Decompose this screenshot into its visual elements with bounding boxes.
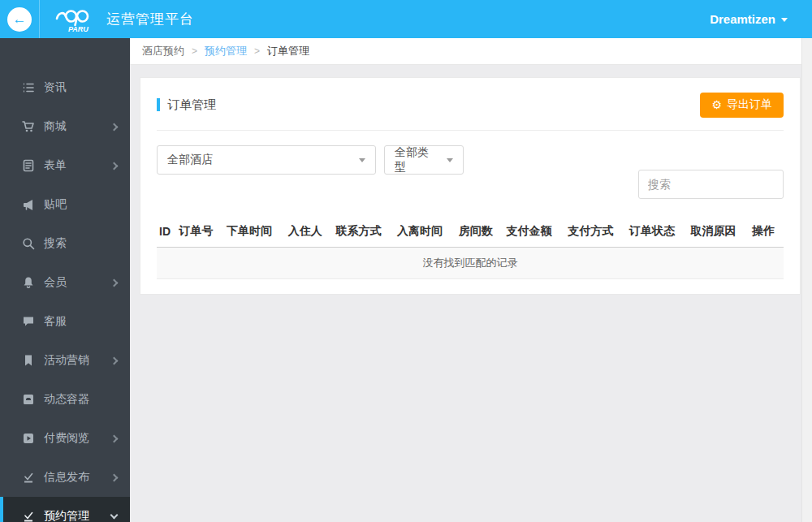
container-icon <box>21 393 35 407</box>
table-header-row: ID订单号下单时间入住人联系方式入离时间房间数支付金额支付方式订单状态取消原因操… <box>157 217 784 248</box>
breadcrumb-booking-manage[interactable]: 预约管理 <box>205 44 247 58</box>
sidebar-item-info-publish[interactable]: 信息发布 <box>0 458 130 497</box>
breadcrumb-hotel-booking: 酒店预约 <box>142 44 184 58</box>
title-accent-bar <box>157 98 160 111</box>
user-name: Dreamtizen <box>710 12 775 26</box>
breadcrumb-separator: > <box>192 45 197 57</box>
bell-icon <box>21 276 35 290</box>
panel-title: 订单管理 <box>157 97 216 113</box>
chevron-right-icon <box>110 356 119 365</box>
search-icon <box>21 237 35 251</box>
main-content: 酒店预约>预约管理>订单管理 订单管理 ⚙ 导出订单 全部酒店 全部类型 <box>130 38 812 522</box>
chevron-down-icon <box>781 18 788 22</box>
column-header: 取消原因 <box>689 217 750 248</box>
column-header: 房间数 <box>456 217 504 248</box>
column-header: 下单时间 <box>224 217 286 248</box>
sidebar-item-marketing[interactable]: 活动营销 <box>0 341 130 380</box>
chevron-down-icon <box>110 511 119 520</box>
sidebar-item-news[interactable]: 资讯 <box>0 68 130 107</box>
chevron-right-icon <box>110 434 119 442</box>
sidebar-item-tieba[interactable]: 贴吧 <box>0 185 130 224</box>
play-icon <box>21 432 35 446</box>
export-orders-button[interactable]: ⚙ 导出订单 <box>700 93 784 118</box>
column-header: 入住人 <box>286 217 334 248</box>
column-header: 支付方式 <box>565 217 627 248</box>
chevron-right-icon <box>110 473 119 481</box>
sidebar-item-members[interactable]: 会员 <box>0 263 130 302</box>
sidebar-item-forms[interactable]: 表单 <box>0 146 130 185</box>
sidebar-item-booking-manage[interactable]: 预约管理 <box>0 497 130 522</box>
brand: PARU 运营管理平台 <box>40 5 194 34</box>
sidebar-item-mall[interactable]: 商城 <box>0 107 130 146</box>
column-header: ID <box>157 217 176 248</box>
empty-state-text: 没有找到匹配的记录 <box>157 248 784 279</box>
hotel-filter-select[interactable]: 全部酒店 <box>157 145 376 175</box>
svg-text:PARU: PARU <box>68 25 89 33</box>
chevron-right-icon <box>110 278 119 287</box>
chevron-right-icon <box>110 123 119 131</box>
column-header: 入离时间 <box>395 217 456 248</box>
type-filter-select[interactable]: 全部类型 <box>384 145 464 175</box>
order-management-panel: 订单管理 ⚙ 导出订单 全部酒店 全部类型 ID订单号下单时间入住人联系方式入离… <box>140 77 801 295</box>
scrollbar[interactable] <box>801 38 812 522</box>
chevron-right-icon <box>110 162 119 170</box>
user-menu[interactable]: Dreamtizen <box>710 12 812 26</box>
sidebar-item-search[interactable]: 搜索 <box>0 224 130 263</box>
breadcrumb-separator: > <box>254 45 260 57</box>
orders-table: ID订单号下单时间入住人联系方式入离时间房间数支付金额支付方式订单状态取消原因操… <box>157 217 784 279</box>
chevron-down-icon <box>447 158 453 162</box>
publish-icon <box>21 471 35 485</box>
column-header: 操作 <box>749 217 784 248</box>
chevron-down-icon <box>359 158 365 162</box>
sidebar-item-paid-reading[interactable]: 付费阅览 <box>0 419 130 458</box>
app-title: 运营管理平台 <box>106 10 194 28</box>
sidebar-item-container[interactable]: 动态容器 <box>0 380 130 419</box>
megaphone-icon <box>21 198 35 212</box>
column-header: 支付金额 <box>503 217 565 248</box>
back-icon: ← <box>13 11 27 28</box>
breadcrumb: 酒店预约>预约管理>订单管理 <box>130 38 812 65</box>
bookmark-icon <box>21 354 35 368</box>
filter-row: 全部酒店 全部类型 <box>157 131 784 210</box>
search-input[interactable] <box>638 170 784 199</box>
cart-icon <box>21 120 35 134</box>
top-bar: ← PARU 运营管理平台 Dreamtizen <box>0 0 812 38</box>
breadcrumb-order-manage: 订单管理 <box>267 44 309 58</box>
publish-icon <box>21 510 35 522</box>
sidebar: 资讯 商城 表单 贴吧 搜索 会员 客服 活动营销 动态容器 付费阅览 <box>0 38 130 522</box>
chat-icon <box>21 315 35 329</box>
back-button[interactable]: ← <box>0 0 40 38</box>
column-header: 联系方式 <box>333 217 395 248</box>
column-header: 订单号 <box>176 217 224 248</box>
form-icon <box>21 159 35 173</box>
table-empty-row: 没有找到匹配的记录 <box>157 248 784 279</box>
logo-icon: PARU <box>54 5 100 34</box>
gear-icon: ⚙ <box>711 99 722 110</box>
list-icon <box>21 81 35 95</box>
sidebar-item-service[interactable]: 客服 <box>0 302 130 341</box>
column-header: 订单状态 <box>627 217 689 248</box>
